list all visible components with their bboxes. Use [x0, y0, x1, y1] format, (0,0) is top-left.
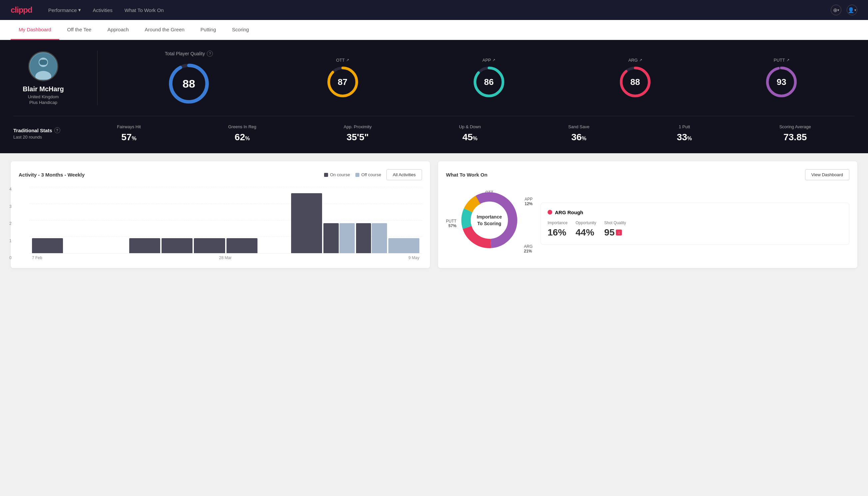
nav-what-to-work-on[interactable]: What To Work On: [125, 7, 164, 13]
bar-group: [356, 223, 387, 253]
activity-card: Activity - 3 Months - Weekly On course O…: [11, 161, 430, 268]
work-on-title: What To Work On: [446, 172, 487, 177]
activity-legend: On course Off course: [324, 172, 381, 177]
chart-bars: [29, 187, 422, 253]
legend-offcourse: Off course: [356, 172, 381, 177]
x-axis-labels: 7 Feb 28 Mar 9 May: [29, 253, 422, 260]
arg-donut-label: ARG 21%: [524, 244, 533, 253]
putt-value: 93: [777, 77, 786, 87]
header-actions: ⊕ ▾ 👤 ▾: [831, 5, 857, 15]
bar-group: [129, 238, 160, 253]
metric-importance: Importance 16%: [548, 220, 568, 238]
putt-donut-label: PUTT 57%: [446, 219, 456, 228]
trad-stats-sub: Last 20 rounds: [13, 135, 73, 140]
putt-label: PUTT ↗: [774, 58, 789, 63]
bar-oncourse: [323, 223, 339, 253]
svg-text:Importance: Importance: [477, 214, 502, 219]
app-value: 86: [484, 77, 494, 87]
stat-scoring: Scoring Average 73.85: [779, 124, 811, 143]
chevron-down-icon: ▾: [854, 8, 856, 12]
ott-trend-icon: ↗: [346, 58, 349, 62]
bar-group: [226, 238, 257, 253]
offcourse-dot: [356, 173, 359, 177]
arg-value: 88: [631, 77, 640, 87]
scores-row: Total Player Quality ? 88 OTT ↗: [108, 51, 855, 105]
info-card-header: ARG Rough: [548, 210, 842, 215]
logo[interactable]: clippd: [11, 5, 32, 15]
chart-wrapper: 4 3 2 1 0 7 Feb 28 Mar 9 May: [19, 187, 422, 260]
svg-text:To Scoring: To Scoring: [477, 221, 501, 226]
all-activities-button[interactable]: All Activities: [386, 169, 422, 180]
arg-label: ARG ↗: [628, 58, 642, 63]
bar-group: [161, 238, 192, 253]
tab-approach[interactable]: Approach: [99, 20, 137, 40]
traditional-stats: Traditional Stats ? Last 20 rounds Fairw…: [13, 116, 855, 143]
bar-oncourse: [129, 238, 160, 253]
trad-stats-label: Traditional Stats ? Last 20 rounds: [13, 127, 73, 140]
ott-value: 87: [338, 77, 347, 87]
donut-chart-area: OTT 10% APP 12% ARG 21% PUTT 57%: [446, 187, 533, 260]
bar-group: [194, 238, 225, 253]
tab-scoring[interactable]: Scoring: [224, 20, 257, 40]
bar-oncourse: [32, 238, 63, 253]
main-nav: Performance ▾ Activities What To Work On: [48, 7, 164, 13]
player-handicap: Plus Handicap: [29, 100, 57, 105]
bar-group: [291, 193, 322, 253]
player-name: Blair McHarg: [23, 85, 64, 93]
add-button[interactable]: ⊕ ▾: [831, 5, 841, 15]
putt-trend-icon: ↗: [786, 58, 789, 62]
tpq-label: Total Player Quality ?: [165, 51, 213, 57]
score-arg: ARG ↗ 88: [618, 58, 652, 98]
bar-oncourse: [161, 238, 192, 253]
svg-rect-3: [39, 60, 47, 65]
player-country: United Kingdom: [28, 94, 59, 99]
bar-group: [32, 238, 63, 253]
divider: [97, 51, 98, 105]
tabs-bar: My Dashboard Off the Tee Approach Around…: [0, 20, 868, 40]
arg-circle: 88: [618, 65, 652, 98]
user-menu[interactable]: 👤 ▾: [847, 5, 857, 15]
player-info: Blair McHarg United Kingdom Plus Handica…: [13, 51, 86, 105]
bar-group: [323, 223, 354, 253]
activity-title: Activity - 3 Months - Weekly: [19, 172, 84, 177]
score-ott: OTT ↗ 87: [326, 58, 359, 98]
nav-performance[interactable]: Performance ▾: [48, 7, 81, 13]
tpq-value: 88: [183, 77, 195, 90]
tab-off-the-tee[interactable]: Off the Tee: [59, 20, 99, 40]
work-on-card-header: What To Work On View Dashboard: [446, 169, 849, 180]
bar-oncourse: [194, 238, 225, 253]
bar-group: [388, 238, 419, 253]
stat-gir: Greens In Reg 62%: [228, 124, 256, 143]
ott-circle: 87: [326, 65, 359, 98]
legend-oncourse: On course: [324, 172, 350, 177]
bar-offcourse: [372, 223, 387, 253]
stat-sandsave: Sand Save 36%: [568, 124, 589, 143]
tpq-help-icon[interactable]: ?: [207, 51, 213, 57]
tab-putting[interactable]: Putting: [192, 20, 224, 40]
putt-circle: 93: [765, 65, 798, 98]
tab-around-the-green[interactable]: Around the Green: [137, 20, 192, 40]
user-icon: 👤: [848, 7, 854, 13]
bottom-section: Activity - 3 Months - Weekly On course O…: [0, 153, 868, 276]
view-dashboard-button[interactable]: View Dashboard: [805, 169, 849, 180]
stats-grid: Fairways Hit 57% Greens In Reg 62% App. …: [73, 124, 855, 143]
arg-trend-icon: ↗: [639, 58, 642, 62]
shot-quality-badge: ↓: [616, 230, 622, 235]
tpq-circle: 88: [167, 62, 210, 105]
app-trend-icon: ↗: [492, 58, 495, 62]
metric-shot-quality: Shot Quality 95 ↓: [604, 220, 626, 238]
nav-activities[interactable]: Activities: [93, 7, 113, 13]
info-card: ARG Rough Importance 16% Opportunity 44%…: [541, 203, 849, 245]
bar-offcourse: [388, 238, 419, 253]
header: clippd Performance ▾ Activities What To …: [0, 0, 868, 20]
tab-my-dashboard[interactable]: My Dashboard: [11, 20, 59, 40]
chevron-down-icon: ▾: [78, 7, 81, 13]
app-label: APP ↗: [482, 58, 495, 63]
y-axis-labels: 4 3 2 1 0: [9, 187, 12, 260]
hero-top: Blair McHarg United Kingdom Plus Handica…: [13, 51, 855, 105]
score-app: APP ↗ 86: [472, 58, 506, 98]
activity-card-header: Activity - 3 Months - Weekly On course O…: [19, 169, 422, 180]
app-donut-label: APP 12%: [525, 197, 533, 206]
trad-help-icon[interactable]: ?: [54, 127, 60, 133]
chart-area: [29, 187, 422, 253]
